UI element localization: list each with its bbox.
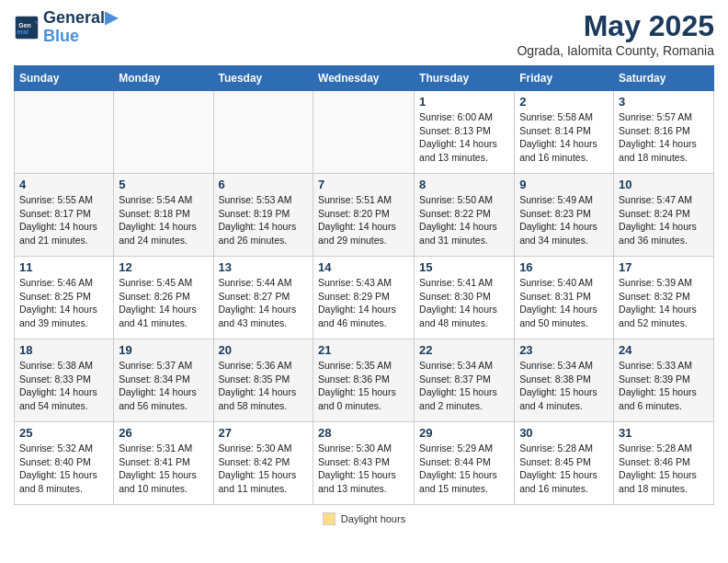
day-cell (114, 91, 213, 174)
daylight-label: Daylight hours (341, 513, 405, 524)
col-header-thursday: Thursday (415, 66, 515, 91)
day-cell: 6Sunrise: 5:53 AM Sunset: 8:19 PM Daylig… (213, 174, 313, 257)
day-cell: 5Sunrise: 5:54 AM Sunset: 8:18 PM Daylig… (114, 174, 213, 257)
day-info: Sunrise: 5:36 AM Sunset: 8:35 PM Dayligh… (219, 359, 309, 413)
day-cell: 7Sunrise: 5:51 AM Sunset: 8:20 PM Daylig… (313, 174, 415, 257)
day-cell: 8Sunrise: 5:50 AM Sunset: 8:22 PM Daylig… (415, 174, 515, 257)
day-number: 13 (219, 260, 309, 274)
day-info: Sunrise: 5:28 AM Sunset: 8:45 PM Dayligh… (519, 442, 609, 496)
svg-text:eral: eral (17, 29, 29, 35)
day-info: Sunrise: 5:54 AM Sunset: 8:18 PM Dayligh… (119, 193, 208, 247)
day-cell: 29Sunrise: 5:29 AM Sunset: 8:44 PM Dayli… (415, 422, 515, 505)
day-info: Sunrise: 5:38 AM Sunset: 8:33 PM Dayligh… (19, 359, 108, 413)
logo: Gen eral General▶ Blue (14, 9, 118, 46)
week-row-1: 1Sunrise: 6:00 AM Sunset: 8:13 PM Daylig… (15, 91, 714, 174)
day-number: 11 (19, 260, 108, 274)
day-info: Sunrise: 5:58 AM Sunset: 8:14 PM Dayligh… (519, 110, 609, 165)
page-container: Gen eral General▶ Blue May 2025 Ograda, … (0, 0, 728, 539)
day-info: Sunrise: 6:00 AM Sunset: 8:13 PM Dayligh… (419, 110, 509, 165)
day-cell: 26Sunrise: 5:31 AM Sunset: 8:41 PM Dayli… (114, 422, 213, 505)
day-cell: 1Sunrise: 6:00 AM Sunset: 8:13 PM Daylig… (415, 91, 515, 174)
day-number: 3 (619, 95, 709, 109)
day-info: Sunrise: 5:44 AM Sunset: 8:27 PM Dayligh… (219, 276, 309, 330)
day-cell: 21Sunrise: 5:35 AM Sunset: 8:36 PM Dayli… (313, 339, 415, 422)
day-info: Sunrise: 5:41 AM Sunset: 8:30 PM Dayligh… (419, 276, 509, 330)
day-number: 5 (119, 178, 208, 191)
day-number: 30 (519, 426, 609, 440)
day-number: 4 (19, 178, 108, 191)
col-header-tuesday: Tuesday (213, 66, 313, 91)
day-number: 29 (419, 426, 509, 440)
day-number: 12 (119, 260, 208, 274)
day-cell: 11Sunrise: 5:46 AM Sunset: 8:25 PM Dayli… (15, 257, 114, 339)
day-cell: 19Sunrise: 5:37 AM Sunset: 8:34 PM Dayli… (114, 339, 213, 422)
day-cell: 13Sunrise: 5:44 AM Sunset: 8:27 PM Dayli… (213, 257, 313, 339)
day-number: 28 (318, 426, 409, 440)
day-info: Sunrise: 5:33 AM Sunset: 8:39 PM Dayligh… (619, 359, 709, 413)
logo-line1: General▶ (43, 9, 118, 28)
subtitle: Ograda, Ialomita County, Romania (517, 43, 714, 58)
day-info: Sunrise: 5:57 AM Sunset: 8:16 PM Dayligh… (619, 110, 709, 165)
day-cell: 10Sunrise: 5:47 AM Sunset: 8:24 PM Dayli… (614, 174, 714, 257)
day-info: Sunrise: 5:39 AM Sunset: 8:32 PM Dayligh… (619, 276, 709, 330)
day-number: 31 (619, 426, 709, 440)
day-number: 27 (219, 426, 309, 440)
day-number: 7 (318, 178, 409, 191)
day-cell: 20Sunrise: 5:36 AM Sunset: 8:35 PM Dayli… (213, 339, 313, 422)
col-header-friday: Friday (515, 66, 614, 91)
day-number: 10 (619, 178, 709, 191)
day-number: 6 (219, 178, 309, 191)
calendar-table: SundayMondayTuesdayWednesdayThursdayFrid… (14, 65, 714, 505)
day-info: Sunrise: 5:31 AM Sunset: 8:41 PM Dayligh… (119, 442, 208, 496)
logo-icon: Gen eral (14, 15, 40, 40)
week-row-2: 4Sunrise: 5:55 AM Sunset: 8:17 PM Daylig… (15, 174, 714, 257)
day-number: 24 (619, 343, 709, 357)
day-cell: 27Sunrise: 5:30 AM Sunset: 8:42 PM Dayli… (213, 422, 313, 505)
day-info: Sunrise: 5:49 AM Sunset: 8:23 PM Dayligh… (519, 193, 609, 247)
day-number: 25 (19, 426, 108, 440)
svg-text:Gen: Gen (18, 22, 31, 29)
day-cell: 12Sunrise: 5:45 AM Sunset: 8:26 PM Dayli… (114, 257, 213, 339)
week-row-3: 11Sunrise: 5:46 AM Sunset: 8:25 PM Dayli… (15, 257, 714, 339)
day-info: Sunrise: 5:34 AM Sunset: 8:38 PM Dayligh… (519, 359, 609, 413)
day-cell (15, 91, 114, 174)
day-number: 20 (219, 343, 309, 357)
day-number: 17 (619, 260, 709, 274)
day-number: 19 (119, 343, 208, 357)
week-row-5: 25Sunrise: 5:32 AM Sunset: 8:40 PM Dayli… (15, 422, 714, 505)
day-info: Sunrise: 5:29 AM Sunset: 8:44 PM Dayligh… (419, 442, 509, 496)
day-number: 14 (318, 260, 409, 274)
day-cell: 16Sunrise: 5:40 AM Sunset: 8:31 PM Dayli… (515, 257, 614, 339)
day-info: Sunrise: 5:50 AM Sunset: 8:22 PM Dayligh… (419, 193, 509, 247)
col-header-wednesday: Wednesday (313, 66, 415, 91)
day-cell: 24Sunrise: 5:33 AM Sunset: 8:39 PM Dayli… (614, 339, 714, 422)
day-number: 9 (519, 178, 609, 191)
day-number: 16 (519, 260, 609, 274)
day-cell: 3Sunrise: 5:57 AM Sunset: 8:16 PM Daylig… (614, 91, 714, 174)
day-info: Sunrise: 5:35 AM Sunset: 8:36 PM Dayligh… (318, 359, 409, 413)
col-header-monday: Monday (114, 66, 213, 91)
day-info: Sunrise: 5:37 AM Sunset: 8:34 PM Dayligh… (119, 359, 208, 413)
main-title: May 2025 (517, 9, 714, 43)
day-info: Sunrise: 5:51 AM Sunset: 8:20 PM Dayligh… (318, 193, 409, 247)
day-cell: 14Sunrise: 5:43 AM Sunset: 8:29 PM Dayli… (313, 257, 415, 339)
day-number: 2 (519, 95, 609, 109)
day-cell: 31Sunrise: 5:28 AM Sunset: 8:46 PM Dayli… (614, 422, 714, 505)
col-header-sunday: Sunday (15, 66, 114, 91)
week-row-4: 18Sunrise: 5:38 AM Sunset: 8:33 PM Dayli… (15, 339, 714, 422)
day-cell: 28Sunrise: 5:30 AM Sunset: 8:43 PM Dayli… (313, 422, 415, 505)
day-number: 1 (419, 95, 509, 109)
day-cell: 25Sunrise: 5:32 AM Sunset: 8:40 PM Dayli… (15, 422, 114, 505)
day-cell: 18Sunrise: 5:38 AM Sunset: 8:33 PM Dayli… (15, 339, 114, 422)
day-cell: 23Sunrise: 5:34 AM Sunset: 8:38 PM Dayli… (515, 339, 614, 422)
day-info: Sunrise: 5:30 AM Sunset: 8:43 PM Dayligh… (318, 442, 409, 496)
day-info: Sunrise: 5:40 AM Sunset: 8:31 PM Dayligh… (519, 276, 609, 330)
day-cell: 4Sunrise: 5:55 AM Sunset: 8:17 PM Daylig… (15, 174, 114, 257)
day-info: Sunrise: 5:43 AM Sunset: 8:29 PM Dayligh… (318, 276, 409, 330)
day-number: 8 (419, 178, 509, 191)
day-info: Sunrise: 5:28 AM Sunset: 8:46 PM Dayligh… (619, 442, 709, 496)
day-number: 23 (519, 343, 609, 357)
day-info: Sunrise: 5:30 AM Sunset: 8:42 PM Dayligh… (219, 442, 309, 496)
day-cell: 22Sunrise: 5:34 AM Sunset: 8:37 PM Dayli… (415, 339, 515, 422)
day-info: Sunrise: 5:47 AM Sunset: 8:24 PM Dayligh… (619, 193, 709, 247)
